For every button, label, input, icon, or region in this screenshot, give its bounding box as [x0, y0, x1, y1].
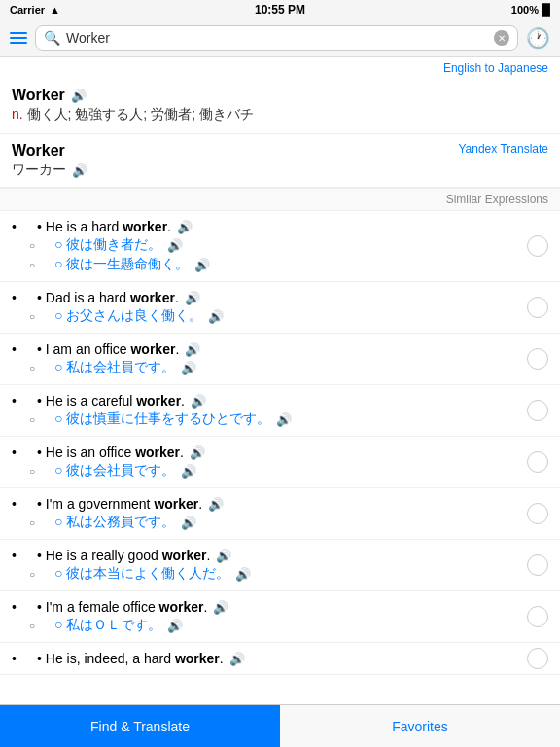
expression-english: • He is a hard worker.	[12, 219, 548, 234]
expression-item: • He is an office worker.○ 彼は会社員です。	[0, 437, 560, 488]
expression-item: • I'm a female office worker.○ 私はＯＬです。	[0, 591, 560, 643]
expression-japanese-speaker-icon[interactable]	[194, 257, 210, 272]
expression-item: • He is, indeed, a hard worker.	[0, 643, 560, 675]
expression-english: • I'm a female office worker.	[12, 599, 548, 615]
expression-japanese: ○ 彼は慎重に仕事をするひとです。	[12, 410, 548, 428]
expression-english: • He is an office worker.	[12, 445, 548, 460]
expression-item: • I am an office worker.○ 私は会社員です。	[0, 334, 560, 385]
expression-japanese-speaker-icon[interactable]	[208, 308, 224, 324]
expression-japanese: ○ 彼は一生懸命働く。	[12, 256, 548, 273]
expression-japanese-speaker-icon[interactable]	[181, 463, 196, 479]
expression-english: • I am an office worker.	[12, 341, 548, 357]
expression-english: • He is, indeed, a hard worker.	[12, 651, 548, 666]
expression-japanese: ○ 私は会社員です。	[12, 359, 548, 376]
expression-japanese: ○ 彼は本当によく働く人だ。	[12, 565, 548, 583]
hamburger-line	[10, 42, 27, 44]
expression-japanese: ○ 私は公務員です。	[12, 514, 548, 531]
yandex-translation-text: ワーカー	[12, 161, 66, 179]
expression-japanese: ○ 私はＯＬです。	[12, 617, 548, 634]
expression-english-speaker-icon[interactable]	[177, 219, 192, 234]
tab-favorites-label: Favorites	[392, 719, 448, 734]
expression-select-button[interactable]	[527, 348, 548, 370]
yandex-header: Worker Yandex Translate	[12, 142, 548, 160]
expression-select-button[interactable]	[527, 503, 548, 524]
expression-english-speaker-icon[interactable]	[191, 393, 206, 409]
status-left: Carrier ▲	[10, 4, 60, 16]
expressions-list: • He is a hard worker.○ 彼は働き者だ。○ 彼は一生懸命働…	[0, 211, 560, 718]
search-input[interactable]	[66, 30, 488, 46]
yandex-source: Yandex Translate	[458, 142, 548, 156]
expression-english-speaker-icon[interactable]	[213, 599, 228, 615]
yandex-speaker-icon[interactable]	[72, 162, 88, 178]
expression-item: • Dad is a hard worker.○ お父さんは良く働く。	[0, 282, 560, 334]
status-bar: Carrier ▲ 10:55 PM 100% ▉	[0, 0, 560, 19]
battery-icon: ▉	[542, 4, 550, 17]
yandex-translation: ワーカー	[12, 161, 548, 179]
expression-item: • He is a hard worker.○ 彼は働き者だ。○ 彼は一生懸命働…	[0, 211, 560, 282]
status-right: 100% ▉	[511, 4, 550, 17]
definition-section: Worker n. 働く人; 勉強する人; 労働者; 働きバチ	[0, 79, 560, 134]
tab-find-translate-label: Find & Translate	[90, 719, 190, 734]
expression-select-button[interactable]	[527, 235, 548, 257]
expression-select-button[interactable]	[527, 606, 548, 627]
tab-favorites[interactable]: Favorites	[280, 705, 560, 747]
expression-english: • I'm a government worker.	[12, 496, 548, 512]
clear-search-button[interactable]: ✕	[494, 30, 509, 46]
lang-direction[interactable]: English to Japanese	[0, 57, 560, 79]
expression-select-button[interactable]	[527, 297, 548, 318]
tab-bar: Find & Translate Favorites	[0, 704, 560, 747]
expression-japanese-speaker-icon[interactable]	[235, 566, 251, 582]
hamburger-line	[10, 37, 27, 39]
expression-japanese-speaker-icon[interactable]	[167, 618, 183, 633]
carrier-label: Carrier	[10, 4, 45, 16]
tab-find-translate[interactable]: Find & Translate	[0, 705, 280, 747]
status-time: 10:55 PM	[255, 3, 305, 17]
expression-select-button[interactable]	[527, 400, 548, 421]
search-bar: 🔍 ✕ 🕐	[0, 19, 560, 57]
expression-item: • He is a really good worker.○ 彼は本当によく働く…	[0, 540, 560, 591]
expression-item: • I'm a government worker.○ 私は公務員です。	[0, 488, 560, 540]
expression-japanese-speaker-icon[interactable]	[181, 360, 196, 375]
battery-label: 100%	[511, 4, 539, 16]
similar-expressions-header: Similar Expressions	[0, 188, 560, 211]
expression-english-speaker-icon[interactable]	[190, 445, 205, 460]
expression-english: • He is a careful worker.	[12, 393, 548, 409]
yandex-word: Worker	[12, 142, 65, 160]
search-icon: 🔍	[44, 30, 60, 46]
yandex-section: Worker Yandex Translate ワーカー	[0, 134, 560, 188]
wifi-icon: ▲	[50, 4, 60, 16]
hamburger-line	[10, 32, 27, 34]
expression-select-button[interactable]	[527, 648, 548, 669]
expression-item: • He is a careful worker.○ 彼は慎重に仕事をするひとで…	[0, 385, 560, 437]
expression-japanese-speaker-icon[interactable]	[181, 515, 196, 530]
definition-pos: n.	[12, 106, 23, 122]
expression-select-button[interactable]	[527, 554, 548, 576]
word-title: Worker	[12, 87, 548, 104]
search-input-wrap: 🔍 ✕	[35, 25, 518, 51]
expression-english-speaker-icon[interactable]	[185, 290, 200, 305]
expression-english-speaker-icon[interactable]	[185, 341, 200, 357]
history-icon[interactable]: 🕐	[526, 26, 550, 50]
definition-meaning: 働く人; 勉強する人; 労働者; 働きバチ	[27, 106, 254, 122]
expression-japanese: ○ 彼は会社員です。	[12, 462, 548, 480]
expression-english: • He is a really good worker.	[12, 548, 548, 563]
expression-japanese-speaker-icon[interactable]	[276, 411, 292, 427]
expression-japanese: ○ お父さんは良く働く。	[12, 307, 548, 325]
hamburger-menu-button[interactable]	[10, 32, 27, 44]
expression-japanese: ○ 彼は働き者だ。	[12, 236, 548, 254]
expression-english-speaker-icon[interactable]	[229, 651, 245, 666]
expression-select-button[interactable]	[527, 451, 548, 473]
definition-text: n. 働く人; 勉強する人; 労働者; 働きバチ	[12, 106, 548, 124]
expression-japanese-speaker-icon[interactable]	[167, 237, 183, 253]
definition-word: Worker	[12, 87, 65, 104]
expression-english: • Dad is a hard worker.	[12, 290, 548, 305]
definition-speaker-icon[interactable]	[71, 88, 87, 103]
expression-english-speaker-icon[interactable]	[216, 548, 231, 563]
expression-english-speaker-icon[interactable]	[208, 496, 224, 512]
